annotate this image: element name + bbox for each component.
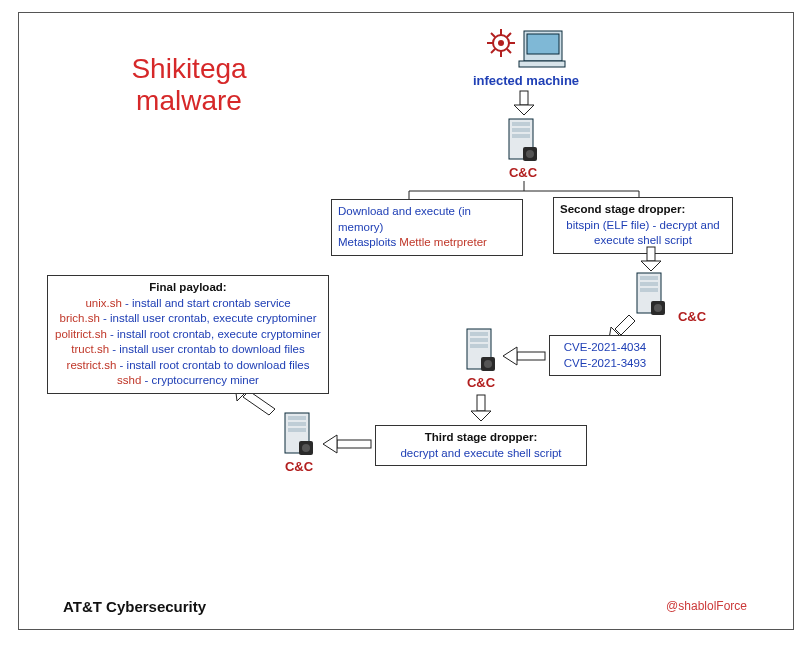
svg-rect-50 [288, 428, 306, 432]
svg-rect-18 [512, 134, 530, 138]
payload-r3b: - install root crontab, execute cryptomi… [107, 328, 321, 340]
svg-line-11 [491, 49, 495, 53]
svg-marker-46 [323, 435, 337, 453]
svg-rect-16 [512, 122, 530, 126]
payload-r5a: restrict.sh [67, 359, 117, 371]
cc-server-icon [505, 117, 539, 171]
svg-marker-33 [615, 315, 635, 335]
svg-marker-53 [243, 391, 275, 415]
svg-rect-35 [517, 352, 545, 360]
svg-rect-39 [470, 338, 488, 342]
payload-r3a: politrict.sh [55, 328, 107, 340]
cc-label: C&C [669, 309, 715, 324]
svg-point-32 [654, 304, 662, 312]
final-payload-box: Final payload: unix.sh - install and sta… [47, 275, 329, 394]
svg-rect-2 [519, 61, 565, 67]
cc-server-icon [463, 327, 497, 381]
svg-point-52 [302, 444, 310, 452]
infected-machine-label: infected machine [471, 73, 581, 88]
payload-r1b: - install and start crontab service [122, 297, 291, 309]
cve-box: CVE-2021-4034 CVE-2021-3493 [549, 335, 661, 376]
metasploit-l2b: Mettle metrpreter [399, 236, 487, 248]
svg-rect-49 [288, 422, 306, 426]
arrow-down-icon [512, 89, 536, 117]
svg-rect-29 [640, 282, 658, 286]
payload-r5b: - install root crontab to download files [116, 359, 309, 371]
svg-line-10 [507, 33, 511, 37]
svg-marker-26 [641, 261, 661, 271]
svg-marker-14 [514, 105, 534, 115]
svg-rect-28 [640, 276, 658, 280]
svg-marker-44 [471, 411, 491, 421]
svg-rect-45 [337, 440, 371, 448]
svg-point-4 [498, 40, 504, 46]
arrow-down-icon [639, 245, 663, 273]
svg-point-42 [484, 360, 492, 368]
payload-r2b: - install user crontab, execute cryptomi… [100, 312, 317, 324]
attribution-right: @shablolForce [666, 599, 747, 613]
svg-rect-17 [512, 128, 530, 132]
third-stage-head: Third stage dropper: [382, 430, 580, 446]
arrow-down-icon [469, 393, 493, 423]
svg-line-9 [491, 33, 495, 37]
svg-rect-43 [477, 395, 485, 411]
metasploit-l1: Download and execute (in memory) [338, 205, 471, 233]
payload-r4a: truct.sh [71, 343, 109, 355]
payload-r6b: - cryptocurrency miner [141, 374, 259, 386]
svg-rect-30 [640, 288, 658, 292]
svg-marker-36 [503, 347, 517, 365]
payload-r4b: - install user crontab to download files [109, 343, 305, 355]
svg-line-12 [507, 49, 511, 53]
cve-l1: CVE-2021-4034 [556, 340, 654, 356]
metasploit-box: Download and execute (in memory) Metaspl… [331, 199, 523, 256]
cc-server-icon [633, 271, 667, 325]
infected-machine-icon [479, 25, 569, 79]
payload-r6a: sshd [117, 374, 141, 386]
svg-rect-48 [288, 416, 306, 420]
arrow-left-icon [321, 433, 373, 455]
diagram-frame: Shikitega malware infected machine [18, 12, 794, 630]
arrow-left-icon [501, 345, 547, 367]
svg-point-20 [526, 150, 534, 158]
payload-r1a: unix.sh [85, 297, 121, 309]
second-stage-l1: bitspin (ELF file) - decrypt and [560, 218, 726, 234]
payload-head: Final payload: [54, 280, 322, 296]
title-line1: Shikitega [131, 53, 246, 84]
cc-label: C&C [455, 375, 507, 390]
svg-rect-40 [470, 344, 488, 348]
attribution-left: AT&T Cybersecurity [63, 598, 206, 615]
second-stage-head: Second stage dropper: [560, 202, 726, 218]
cc-label: C&C [273, 459, 325, 474]
svg-rect-38 [470, 332, 488, 336]
cc-server-icon [281, 411, 315, 465]
cve-l2: CVE-2021-3493 [556, 356, 654, 372]
third-stage-box: Third stage dropper: decrypt and execute… [375, 425, 587, 466]
diagram-title: Shikitega malware [89, 53, 289, 117]
svg-rect-25 [647, 247, 655, 261]
third-stage-l1: decrypt and execute shell script [382, 446, 580, 462]
svg-rect-13 [520, 91, 528, 105]
metasploit-l2a: Metasploits [338, 236, 399, 248]
title-line2: malware [136, 85, 242, 116]
svg-rect-1 [527, 34, 559, 54]
cc-label: C&C [497, 165, 549, 180]
payload-r2a: brich.sh [60, 312, 100, 324]
